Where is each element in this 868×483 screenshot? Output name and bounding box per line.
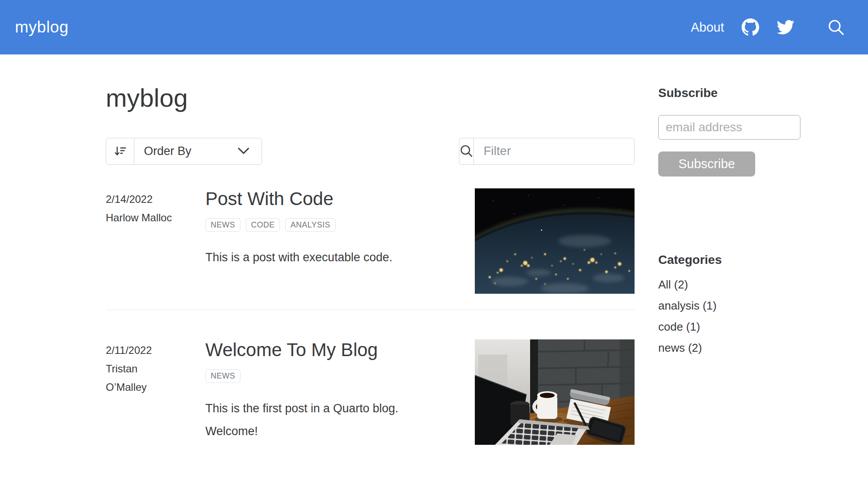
post-date: 2/14/2022 <box>106 190 179 209</box>
subscribe-heading: Subscribe <box>658 86 800 100</box>
post-body: Post With Code NEWS CODE ANALYSIS This i… <box>205 188 475 294</box>
navbar-right: About <box>691 18 845 36</box>
category-all[interactable]: All (2) <box>658 274 800 295</box>
post-title[interactable]: Welcome To My Blog <box>205 339 475 360</box>
subscribe-button[interactable]: Subscribe <box>658 151 755 177</box>
tag-news[interactable]: NEWS <box>205 218 240 232</box>
github-icon[interactable] <box>742 18 759 36</box>
categories-list: All (2) analysis (1) code (1) news (2) <box>658 274 800 358</box>
tag-code[interactable]: CODE <box>246 218 280 232</box>
search-icon <box>459 138 474 164</box>
navbar-brand[interactable]: myblog <box>15 18 68 36</box>
order-by-label: Order By <box>134 138 238 164</box>
post-description: This is a post with executable code. <box>205 246 475 269</box>
post-body: Welcome To My Blog NEWS This is the firs… <box>205 339 475 445</box>
post-meta: 2/11/2022 Tristan O’Malley <box>106 339 205 445</box>
sidebar: Subscribe Subscribe Categories All (2) a… <box>658 54 800 358</box>
order-by-dropdown[interactable]: Order By <box>106 138 262 165</box>
filter-input[interactable] <box>474 138 635 164</box>
post-title[interactable]: Post With Code <box>205 188 475 209</box>
categories-heading: Categories <box>658 253 800 267</box>
category-code[interactable]: code (1) <box>658 316 800 337</box>
category-news[interactable]: news (2) <box>658 337 800 358</box>
tag-news[interactable]: NEWS <box>205 369 240 383</box>
post-item: 2/14/2022 Harlow Malloc Post With Code N… <box>106 188 635 294</box>
page-title: myblog <box>106 83 635 113</box>
post-thumbnail-earth[interactable] <box>475 188 635 294</box>
email-field[interactable] <box>658 115 800 140</box>
sort-amount-down-icon <box>106 138 134 164</box>
post-meta: 2/14/2022 Harlow Malloc <box>106 188 205 294</box>
post-thumbnail-desk[interactable] <box>475 339 635 445</box>
post-tags: NEWS CODE ANALYSIS <box>205 218 475 232</box>
post-author: Harlow Malloc <box>106 209 179 227</box>
search-icon[interactable] <box>827 18 845 36</box>
filter-group <box>459 138 635 165</box>
navbar: myblog About <box>0 0 868 54</box>
post-date: 2/11/2022 <box>106 341 179 360</box>
nav-link-about[interactable]: About <box>691 20 724 35</box>
listing-toolbar: Order By <box>106 138 635 165</box>
post-separator <box>106 310 635 310</box>
tag-analysis[interactable]: ANALYSIS <box>285 218 336 232</box>
post-tags: NEWS <box>205 369 475 383</box>
category-analysis[interactable]: analysis (1) <box>658 295 800 316</box>
page-content: myblog Order By <box>0 54 868 445</box>
post-listing: 2/14/2022 Harlow Malloc Post With Code N… <box>106 188 635 445</box>
main-column: myblog Order By <box>106 54 635 445</box>
post-item: 2/11/2022 Tristan O’Malley Welcome To My… <box>106 339 635 445</box>
chevron-down-icon <box>238 138 262 164</box>
twitter-icon[interactable] <box>777 18 794 36</box>
post-author: Tristan O’Malley <box>106 360 179 396</box>
post-description: This is the first post in a Quarto blog.… <box>205 397 412 443</box>
